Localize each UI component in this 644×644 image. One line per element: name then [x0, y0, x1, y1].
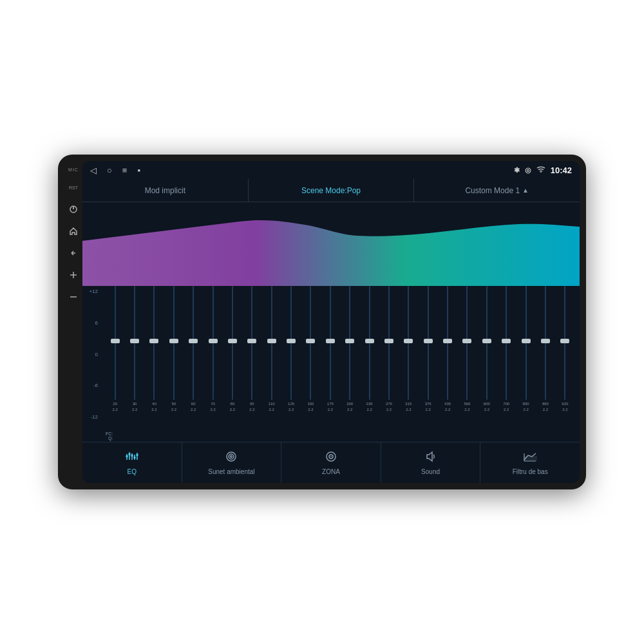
menu-nav-icon[interactable]: ≡ — [122, 166, 128, 175]
freq-fc-50: 502.2 — [171, 401, 176, 412]
scale-0: 0 — [95, 352, 98, 357]
fader-col-375[interactable]: 3752.2 — [419, 286, 437, 412]
fader-thumb-800[interactable] — [522, 339, 531, 343]
fader-col-70[interactable]: 702.2 — [204, 286, 222, 412]
home-nav-icon[interactable]: ○ — [107, 166, 112, 175]
fader-col-40[interactable]: 402.2 — [145, 286, 164, 412]
fader-thumb-70[interactable] — [209, 339, 218, 343]
fader-thumb-80[interactable] — [228, 339, 237, 343]
recent-nav-icon[interactable]: ▪ — [137, 166, 140, 175]
sound-icon — [424, 451, 438, 466]
fader-thumb-920[interactable] — [560, 339, 569, 343]
fader-thumb-600[interactable] — [482, 339, 491, 343]
fader-col-95[interactable]: 952.2 — [243, 286, 261, 412]
fader-track-275 — [388, 286, 390, 400]
fader-col-920[interactable]: 9202.2 — [556, 286, 574, 412]
fader-col-435[interactable]: 4352.2 — [438, 286, 457, 412]
fader-col-30[interactable]: 302.2 — [125, 286, 144, 412]
fader-track-20 — [115, 286, 116, 400]
fader-thumb-125[interactable] — [287, 339, 296, 343]
svg-rect-8 — [126, 455, 128, 457]
fader-col-80[interactable]: 802.2 — [223, 286, 242, 412]
fader-thumb-500[interactable] — [462, 339, 471, 343]
fader-thumb-235[interactable] — [365, 339, 374, 343]
fader-col-275[interactable]: 2752.2 — [379, 286, 398, 412]
svg-rect-9 — [128, 453, 130, 455]
fader-track-860 — [545, 286, 546, 400]
tab-eq[interactable]: EQ — [82, 442, 182, 483]
tab-sunet[interactable]: Sunet ambiental — [182, 442, 282, 483]
fader-col-175[interactable]: 1752.2 — [321, 286, 339, 412]
power-button[interactable] — [67, 203, 80, 216]
eq-scale: +12 6 0 -6 -12 — [82, 286, 100, 422]
fader-thumb-40[interactable] — [149, 339, 158, 343]
fader-thumb-275[interactable] — [384, 339, 393, 343]
volume-down-button[interactable] — [67, 290, 80, 303]
freq-fc-125: 1252.2 — [288, 401, 294, 412]
svg-point-15 — [231, 455, 232, 457]
fader-col-860[interactable]: 8602.2 — [536, 286, 554, 412]
fader-track-30 — [134, 286, 135, 400]
back-nav-icon[interactable]: ◁ — [90, 166, 97, 175]
fader-track-150 — [310, 286, 311, 400]
zona-icon — [324, 451, 338, 466]
fader-thumb-150[interactable] — [306, 339, 315, 343]
mode-implicit[interactable]: Mod implicit — [82, 179, 249, 202]
freq-fc-70: 702.2 — [210, 401, 215, 412]
fader-thumb-200[interactable] — [345, 339, 354, 343]
tab-zona[interactable]: ZONA — [281, 442, 381, 483]
fader-col-20[interactable]: 202.2 — [106, 286, 124, 412]
fader-track-800 — [526, 286, 527, 400]
fader-thumb-20[interactable] — [111, 339, 120, 343]
fader-thumb-315[interactable] — [404, 339, 413, 343]
fader-thumb-435[interactable] — [443, 339, 452, 343]
main-content: Mod implicit Scene Mode:Pop Custom Mode … — [82, 179, 580, 442]
fader-col-150[interactable]: 1502.2 — [301, 286, 320, 412]
mode-custom-label: Custom Mode 1 — [465, 186, 520, 195]
fader-track-600 — [486, 286, 488, 400]
freq-fc-235: 2352.2 — [366, 401, 373, 412]
freq-fc-600: 6002.2 — [484, 401, 490, 412]
svg-rect-10 — [131, 455, 133, 457]
fader-col-125[interactable]: 1252.2 — [281, 286, 300, 412]
mode-custom[interactable]: Custom Mode 1 ▲ — [414, 179, 580, 202]
eq-visualization — [82, 202, 580, 286]
fader-col-200[interactable]: 2002.2 — [341, 286, 359, 412]
fader-thumb-175[interactable] — [326, 339, 335, 343]
freq-fc-60: 602.2 — [191, 401, 196, 412]
back-button[interactable] — [67, 247, 80, 260]
freq-fc-700: 7002.2 — [503, 401, 509, 412]
side-controls: MIC RST — [64, 161, 82, 483]
fader-col-50[interactable]: 502.2 — [164, 286, 183, 412]
svg-point-13 — [227, 452, 236, 461]
tab-sound[interactable]: Sound — [381, 442, 481, 483]
volume-up-button[interactable] — [67, 269, 80, 281]
tab-filtru[interactable]: Filtru de bas — [480, 442, 580, 483]
fader-thumb-860[interactable] — [541, 339, 550, 343]
fader-col-110[interactable]: 1102.2 — [262, 286, 281, 412]
freq-fc-150: 1502.2 — [307, 401, 314, 412]
fader-col-315[interactable]: 3152.2 — [399, 286, 418, 412]
fader-thumb-700[interactable] — [502, 339, 511, 343]
freq-fc-20: 202.2 — [113, 401, 118, 412]
freq-fc-375: 3752.2 — [425, 401, 431, 412]
fader-col-235[interactable]: 2352.2 — [360, 286, 379, 412]
svg-point-18 — [330, 456, 332, 457]
fader-track-920 — [564, 286, 565, 400]
fader-thumb-50[interactable] — [169, 339, 178, 343]
fader-thumb-375[interactable] — [424, 339, 433, 343]
fader-col-800[interactable]: 8002.2 — [516, 286, 535, 412]
fader-thumb-30[interactable] — [130, 339, 139, 343]
fader-thumb-95[interactable] — [247, 339, 256, 343]
rst-label: RST — [67, 181, 80, 194]
mode-scene[interactable]: Scene Mode:Pop — [249, 179, 415, 202]
fader-thumb-60[interactable] — [189, 339, 198, 343]
fader-col-500[interactable]: 5002.2 — [458, 286, 477, 412]
fader-col-600[interactable]: 6002.2 — [477, 286, 496, 412]
home-button[interactable] — [67, 225, 80, 238]
fader-col-700[interactable]: 7002.2 — [497, 286, 516, 412]
fader-thumb-110[interactable] — [267, 339, 276, 343]
freq-fc-315: 3152.2 — [405, 401, 412, 412]
fader-col-60[interactable]: 602.2 — [184, 286, 203, 412]
status-right: ✱ ◎ 10:42 — [514, 166, 572, 175]
